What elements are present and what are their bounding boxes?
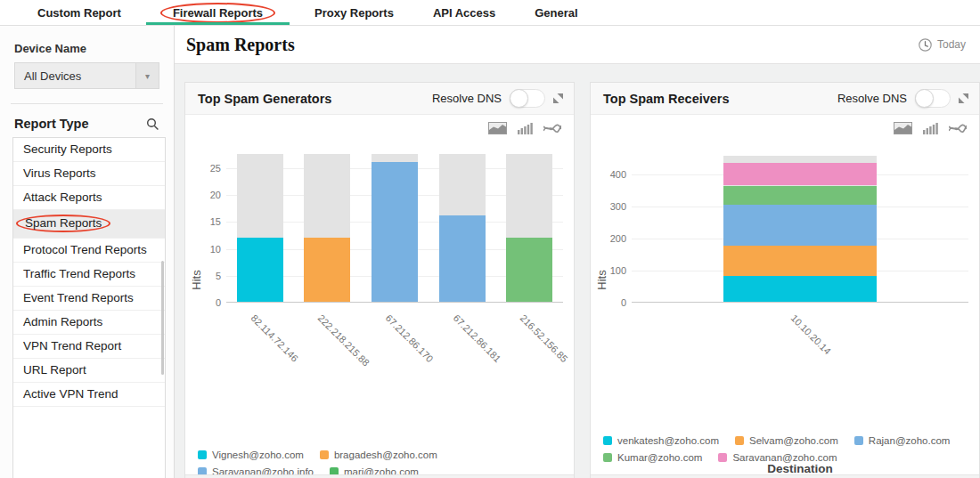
- chart-legend: Vignesh@zoho.combragadesh@zoho.comSarava…: [198, 450, 565, 477]
- y-tick-label: 400: [610, 169, 626, 180]
- sidebar: Device Name All Devices ▾ Report Type Se…: [0, 26, 175, 478]
- y-tick-label: 0: [621, 297, 626, 308]
- area-chart-icon[interactable]: [894, 122, 912, 134]
- sidebar-item-attack-reports[interactable]: Attack Reports: [13, 186, 165, 210]
- bar-slot: [237, 151, 283, 302]
- toggle-knob: [915, 89, 934, 108]
- sidebar-item-label: Event Trend Reports: [23, 291, 134, 304]
- time-range-label: Today: [937, 38, 966, 51]
- x-axis-labels: 82.114.72.146222.218.215.8867.212.86.170…: [226, 308, 563, 388]
- expand-icon[interactable]: [553, 93, 563, 103]
- sidebar-item-admin-reports[interactable]: Admin Reports: [13, 311, 165, 335]
- toggle-knob: [510, 89, 528, 108]
- sidebar-item-security-reports[interactable]: Security Reports: [13, 138, 165, 162]
- chevron-down-icon[interactable]: ▾: [135, 63, 159, 88]
- sidebar-item-event-trend-reports[interactable]: Event Trend Reports: [13, 287, 165, 311]
- sidebar-item-virus-reports[interactable]: Virus Reports: [13, 162, 165, 186]
- y-tick-label: 25: [210, 163, 221, 174]
- sidebar-item-traffic-trend-reports[interactable]: Traffic Trend Reports: [13, 263, 165, 287]
- legend-label: bragadesh@zoho.com: [334, 450, 437, 460]
- tab-api-access[interactable]: API Access: [413, 0, 515, 25]
- y-tick-label: 10: [210, 244, 221, 255]
- legend-label: Kumar@zoho.com: [617, 452, 702, 463]
- plot-area: 0100200300400: [632, 152, 968, 303]
- bar-chart-icon[interactable]: [518, 122, 533, 134]
- bar-slot: [439, 151, 486, 302]
- legend-swatch: [718, 453, 727, 462]
- bar[interactable]: [439, 215, 486, 302]
- legend-label: Vignesh@zoho.com: [212, 450, 304, 460]
- bar[interactable]: [506, 238, 552, 302]
- tab-custom-report[interactable]: Custom Report: [18, 0, 141, 25]
- bar-segment[interactable]: [723, 246, 877, 276]
- area-chart-icon[interactable]: [488, 122, 507, 134]
- resolve-dns-toggle[interactable]: [915, 89, 951, 108]
- bar[interactable]: [304, 238, 350, 302]
- scrollbar-thumb[interactable]: [161, 261, 164, 375]
- legend-item[interactable]: Rajan@zoho.com: [854, 435, 951, 446]
- bar[interactable]: [237, 238, 283, 302]
- legend-item[interactable]: Vignesh@zoho.com: [198, 450, 304, 460]
- tab-label: General: [535, 6, 577, 20]
- time-range-button[interactable]: Today: [918, 37, 966, 53]
- bar[interactable]: [372, 162, 418, 302]
- y-axis-title: Hits: [595, 245, 608, 316]
- expand-icon[interactable]: [959, 93, 968, 103]
- panel-title: Top Spam Receivers: [603, 92, 730, 106]
- bar-segment[interactable]: [723, 205, 877, 246]
- sidebar-item-label: Protocol Trend Reports: [23, 243, 147, 256]
- resolve-dns-label: Resolve DNS: [432, 92, 502, 105]
- line-chart-icon[interactable]: [949, 122, 967, 134]
- sidebar-item-vpn-trend-report[interactable]: VPN Trend Report: [13, 335, 165, 359]
- sidebar-item-label: Security Reports: [23, 142, 112, 156]
- report-type-label: Report Type: [14, 117, 89, 131]
- sidebar-item-label: Attack Reports: [23, 190, 102, 204]
- sidebar-item-label: Traffic Trend Reports: [23, 267, 135, 280]
- y-tick-label: 15: [210, 216, 221, 227]
- tab-label: API Access: [433, 6, 495, 20]
- sidebar-item-label: VPN Trend Report: [23, 339, 121, 352]
- bar-chart-icon[interactable]: [923, 122, 938, 134]
- legend-item[interactable]: Selvam@zoho.com: [735, 435, 838, 446]
- spam-generators-table: HostSenderHits% Hits67.212.86.170Saravan…: [185, 474, 574, 478]
- tab-general[interactable]: General: [515, 0, 597, 25]
- x-tick-label: 67.212.86.181: [451, 312, 502, 364]
- sidebar-item-spam-reports[interactable]: Spam Reports: [13, 210, 165, 239]
- x-tick-label: 10.10.20.14: [789, 312, 834, 357]
- legend-label: Selvam@zoho.com: [749, 435, 838, 446]
- spam-generators-chart: Hits 0510152025 82.114.72.146222.218.215…: [185, 140, 574, 398]
- tab-proxy-reports[interactable]: Proxy Reports: [295, 0, 413, 25]
- spam-receivers-table: DestinationRecipientHits10.10.20.14Rajan…: [591, 474, 979, 478]
- y-axis-title: Hits: [190, 245, 203, 316]
- tab-firewall-reports[interactable]: Firewall Reports: [141, 0, 295, 25]
- device-select[interactable]: All Devices ▾: [14, 62, 159, 89]
- resolve-dns-label: Resolve DNS: [837, 92, 907, 105]
- y-tick-label: 300: [610, 201, 626, 212]
- legend-item[interactable]: Kumar@zoho.com: [603, 452, 702, 463]
- legend-label: venkatesh@zoho.com: [617, 435, 719, 446]
- panel-header: Top Spam Receivers Resolve DNS: [591, 83, 979, 115]
- page-header: Spam Reports Today: [175, 26, 980, 64]
- search-icon[interactable]: [146, 117, 159, 131]
- spam-receivers-chart: Hits 0100200300400 10.10.20.14 Destinati…: [591, 140, 979, 398]
- resolve-dns-toggle[interactable]: [510, 89, 545, 108]
- sidebar-item-protocol-trend-reports[interactable]: Protocol Trend Reports: [13, 239, 165, 263]
- x-tick-label: 216.52.156.85: [519, 312, 570, 364]
- legend-item[interactable]: venkatesh@zoho.com: [603, 435, 719, 446]
- device-name-label: Device Name: [14, 42, 159, 55]
- x-axis-labels: 10.10.20.14: [632, 308, 968, 388]
- y-tick-label: 5: [216, 271, 221, 281]
- sidebar-divider: [11, 103, 163, 104]
- tab-label: Custom Report: [37, 6, 121, 20]
- bar-segment[interactable]: [723, 163, 877, 186]
- sidebar-item-url-report[interactable]: URL Report: [13, 359, 165, 383]
- x-tick-label: 67.212.86.170: [384, 312, 436, 364]
- tab-label: Firewall Reports: [160, 3, 275, 23]
- bar-segment[interactable]: [723, 276, 877, 302]
- bar-segment[interactable]: [723, 186, 877, 206]
- sidebar-item-active-vpn-trend[interactable]: Active VPN Trend: [13, 383, 165, 407]
- legend-item[interactable]: bragadesh@zoho.com: [320, 450, 437, 460]
- legend-label: Rajan@zoho.com: [869, 435, 951, 446]
- legend-item[interactable]: Saravanan@zoho.com: [718, 452, 837, 463]
- line-chart-icon[interactable]: [543, 122, 561, 134]
